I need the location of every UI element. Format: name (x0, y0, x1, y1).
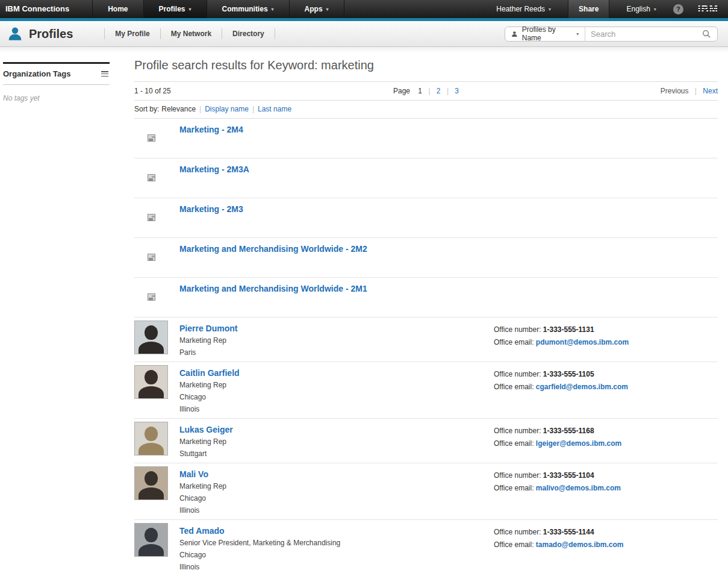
result-name-link[interactable]: Marketing - 2M4 (179, 125, 243, 135)
search-bar: Profiles by Name ▾ (505, 27, 718, 42)
avatar-column (134, 241, 168, 274)
nav-item-profiles[interactable]: Profiles▾ (143, 0, 207, 18)
share-button[interactable]: Share (568, 0, 609, 18)
office-email-label: Office email: (494, 383, 534, 391)
profile-photo[interactable] (134, 365, 168, 399)
location-line: Stuttgart (179, 448, 494, 459)
result-info: Caitlin Garfield Marketing Rep ChicagoIl… (179, 365, 494, 415)
page-numbers: Page 1 | 2 | 3 (329, 87, 523, 95)
tab-my-profile[interactable]: My Profile (105, 30, 160, 38)
result-name-link[interactable]: Pierre Dumont (179, 324, 237, 334)
office-number-value: 1-333-555-1104 (543, 471, 594, 480)
nav-item-home[interactable]: Home (92, 0, 143, 18)
sidebar-title: Organization Tags (3, 69, 70, 78)
result-info: Pierre Dumont Marketing Rep Paris (179, 321, 494, 358)
location-line: Chicago (179, 549, 494, 560)
result-name-link[interactable]: Ted Amado (179, 526, 225, 536)
result-name-link[interactable]: Marketing and Merchandising Worldwide - … (179, 244, 367, 254)
profile-photo[interactable] (134, 466, 168, 500)
result-name-link[interactable]: Marketing - 2M3 (179, 204, 243, 214)
language-menu[interactable]: English▾ (615, 0, 667, 18)
profile-photo[interactable] (134, 523, 168, 557)
avatar-column (134, 523, 168, 572)
person-icon (511, 30, 518, 38)
main-content: Profile search results for Keyword: mark… (134, 58, 718, 576)
list-view-icon[interactable] (101, 71, 108, 77)
app-logo: Profiles (7, 26, 73, 42)
location-line: Chicago (179, 493, 494, 504)
office-email-link[interactable]: pdumont@demos.ibm.com (536, 338, 629, 346)
search-input[interactable] (585, 30, 702, 39)
sort-display-name[interactable]: Display name (205, 105, 249, 113)
result-info: Ted Amado Senior Vice President, Marketi… (179, 523, 494, 572)
result-name-link[interactable]: Marketing - 2M3A (179, 164, 249, 175)
office-email-link[interactable]: tamado@demos.ibm.com (536, 540, 624, 549)
search-result-row-person: Pierre Dumont Marketing Rep Paris Office… (134, 318, 718, 362)
result-name-link[interactable]: Marketing and Merchandising Worldwide - … (179, 284, 367, 294)
avatar-column (134, 201, 168, 234)
broken-image-icon (148, 134, 155, 142)
office-email-line: Office email: cgarfield@demos.ibm.com (494, 383, 718, 391)
profile-photo[interactable] (134, 422, 168, 455)
office-number-line: Office number: 1-333-555-1104 (494, 471, 718, 480)
app-header: Profiles My Profile My Network Directory… (0, 21, 728, 47)
header-fade (0, 47, 728, 53)
next-link[interactable]: Next (703, 87, 718, 95)
app-tabs: My Profile My Network Directory (104, 28, 275, 39)
search-scope-dropdown[interactable]: Profiles by Name ▾ (505, 27, 585, 41)
office-info: Office number: 1-333-555-1168 Office ema… (494, 422, 718, 459)
office-number-label: Office number: (494, 528, 541, 536)
location-line: Illinois (179, 505, 494, 516)
tab-directory[interactable]: Directory (222, 30, 275, 38)
search-result-row-org: Marketing - 2M3A (134, 158, 718, 198)
location-line: Chicago (179, 392, 494, 402)
office-email-link[interactable]: cgarfield@demos.ibm.com (536, 383, 628, 391)
result-info: Mali Vo Marketing Rep ChicagoIllinois (179, 466, 494, 516)
result-info: Marketing - 2M3A (179, 161, 718, 194)
prev-next: Previous | Next (523, 87, 718, 95)
broken-image-icon (148, 174, 155, 181)
search-icon[interactable] (702, 30, 711, 39)
office-info: Office number: 1-333-555-1104 Office ema… (494, 466, 718, 516)
results-list: Marketing - 2M4 Marketing - 2M3A Marketi… (134, 119, 718, 576)
search-result-row-person: Lukas Geiger Marketing Rep Stuttgart Off… (134, 419, 718, 463)
office-number-value: 1-333-555-1105 (543, 370, 594, 378)
result-info: Marketing and Merchandising Worldwide - … (179, 281, 718, 313)
location-line: Illinois (179, 404, 494, 415)
profile-photo[interactable] (134, 321, 168, 354)
avatar-column (134, 281, 168, 313)
avatar-column (134, 321, 168, 358)
result-info: Marketing and Merchandising Worldwide - … (179, 241, 718, 274)
page-current: 1 (418, 87, 422, 95)
search-result-row-org: Marketing - 2M4 (134, 119, 718, 158)
nav-item-communities[interactable]: Communities▾ (207, 0, 289, 18)
search-result-row-org: Marketing and Merchandising Worldwide - … (134, 278, 718, 318)
chevron-down-icon: ▾ (654, 7, 656, 12)
office-email-link[interactable]: malivo@demos.ibm.com (536, 484, 621, 492)
user-menu[interactable]: Heather Reeds▾ (485, 0, 562, 18)
location-line: Illinois (179, 562, 494, 572)
page-link[interactable]: 3 (455, 87, 459, 95)
tab-my-network[interactable]: My Network (161, 30, 222, 38)
result-name-link[interactable]: Caitlin Garfield (179, 368, 240, 378)
location-line: Paris (179, 347, 494, 358)
office-info: Office number: 1-333-555-1144 Office ema… (494, 523, 718, 572)
page-link[interactable]: 2 (437, 87, 441, 95)
previous-link[interactable]: Previous (661, 87, 689, 95)
empty-tags-message: No tags yet (3, 94, 110, 102)
sidebar-header: Organization Tags (3, 62, 110, 85)
app-title[interactable]: Profiles (29, 27, 73, 41)
help-icon[interactable]: ? (673, 4, 683, 14)
ibm-logo: IBM (698, 5, 718, 14)
office-number-line: Office number: 1-333-555-1168 (494, 427, 718, 435)
office-email-link[interactable]: lgeiger@demos.ibm.com (536, 439, 621, 448)
office-email-label: Office email: (494, 338, 534, 346)
avatar-column (134, 161, 168, 194)
sort-last-name[interactable]: Last name (258, 105, 291, 113)
result-name-link[interactable]: Mali Vo (179, 469, 208, 480)
job-title: Marketing Rep (179, 436, 494, 447)
nav-item-apps[interactable]: Apps▾ (289, 0, 344, 18)
search-scope-label: Profiles by Name (522, 25, 567, 42)
result-name-link[interactable]: Lukas Geiger (179, 425, 233, 435)
office-email-line: Office email: lgeiger@demos.ibm.com (494, 439, 718, 448)
